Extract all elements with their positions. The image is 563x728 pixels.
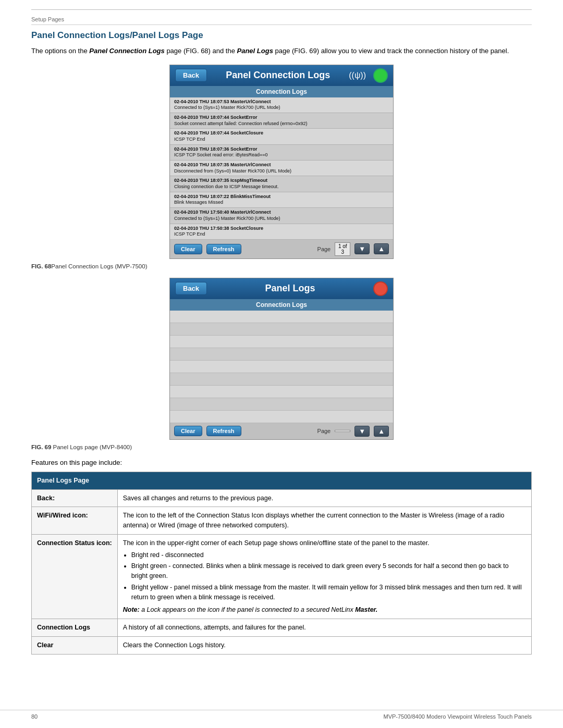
fig68-clear-button[interactable]: Clear bbox=[174, 244, 202, 254]
wifi-icon: ((ψ)) bbox=[349, 71, 366, 80]
fig68-refresh-button[interactable]: Refresh bbox=[206, 244, 241, 254]
table-row: Connection LogsA history of all connecti… bbox=[32, 619, 532, 637]
log-entry: 02-04-2010 THU 18:07:35 IcspMsgTimeoutCl… bbox=[170, 176, 393, 192]
intro-em1: Panel Connection Logs bbox=[89, 47, 164, 55]
feature-label: Back: bbox=[32, 489, 118, 507]
table-row: Back:Saves all changes and returns to th… bbox=[32, 489, 532, 507]
feature-value: The icon in the upper-right corner of ea… bbox=[117, 534, 531, 619]
features-table-header: Panel Logs Page bbox=[32, 472, 532, 489]
feature-value: A history of all connections, attempts, … bbox=[117, 619, 531, 637]
empty-log-row bbox=[170, 361, 393, 373]
log-entry: 02-04-2010 THU 18:07:22 BlinkMissTimeout… bbox=[170, 192, 393, 208]
fig68-back-button[interactable]: Back bbox=[175, 69, 207, 82]
bullet-item: Bright red - disconnected bbox=[131, 550, 526, 560]
footer-product: MVP-7500/8400 Modero Viewpoint Wireless … bbox=[383, 713, 532, 720]
bullet-item: Bright green - connected. Blinks when a … bbox=[131, 561, 526, 581]
fig69-title: Panel Logs bbox=[212, 283, 368, 294]
setup-pages-label: Setup Pages bbox=[31, 16, 532, 25]
fig69-back-button[interactable]: Back bbox=[175, 282, 207, 295]
fig68-next-button[interactable]: ▲ bbox=[374, 243, 389, 254]
fig68-status-icon bbox=[373, 68, 388, 83]
page-title: Panel Connection Logs/Panel Logs Page bbox=[31, 30, 532, 41]
feature-label: Connection Logs bbox=[32, 619, 118, 637]
table-row: WiFi/Wired icon:The icon to the left of … bbox=[32, 507, 532, 535]
bullet-item: Bright yellow - panel missed a blink mes… bbox=[131, 583, 526, 602]
features-intro: Features on this page include: bbox=[31, 459, 532, 466]
page-footer: 80 MVP-7500/8400 Modero Viewpoint Wirele… bbox=[0, 710, 563, 720]
note-text: Note: a Lock appears on the icon if the … bbox=[123, 605, 526, 615]
log-entry: 02-04-2010 THU 17:50:38 SocketClosureICS… bbox=[170, 224, 393, 240]
log-entry: 02-04-2010 THU 18:07:44 SocketErrorSocke… bbox=[170, 113, 393, 129]
fig69-header: Back Panel Logs bbox=[170, 278, 393, 299]
empty-log-row bbox=[170, 386, 393, 398]
table-row: ClearClears the Connection Logs history. bbox=[32, 636, 532, 654]
empty-log-row bbox=[170, 411, 393, 423]
fig69-prev-button[interactable]: ▼ bbox=[354, 426, 370, 437]
fig69-footer: Clear Refresh Page ▼ ▲ bbox=[170, 423, 393, 439]
empty-log-row bbox=[170, 336, 393, 348]
fig69-status-icon bbox=[373, 281, 388, 296]
fig68-footer: Clear Refresh Page 1 of 3 ▼ ▲ bbox=[170, 240, 393, 258]
fig69-next-button[interactable]: ▲ bbox=[374, 426, 389, 437]
log-entry: 02-04-2010 THU 17:50:40 MasterUrlConnect… bbox=[170, 208, 393, 224]
log-entry: 02-04-2010 THU 18:07:35 MasterUrlConnect… bbox=[170, 161, 393, 176]
fig69-page-label: Page bbox=[317, 428, 331, 434]
empty-log-row bbox=[170, 348, 393, 361]
table-row: Connection Status icon:The icon in the u… bbox=[32, 534, 532, 619]
empty-log-row bbox=[170, 311, 393, 323]
fig69-caption: FIG. 69 Panel Logs page (MVP-8400) bbox=[31, 444, 532, 450]
log-entry: 02-04-2010 THU 18:07:53 MasterUrlConnect… bbox=[170, 97, 393, 113]
fig68-page-value: 1 of 3 bbox=[335, 242, 350, 256]
feature-label: Clear bbox=[32, 636, 118, 654]
fig68-prev-button[interactable]: ▼ bbox=[354, 243, 370, 254]
feature-label: Connection Status icon: bbox=[32, 534, 118, 619]
log-entry: 02-04-2010 THU 18:07:36 SocketErrorICSP … bbox=[170, 145, 393, 161]
feature-label: WiFi/Wired icon: bbox=[32, 507, 118, 535]
fig68-mockup: Back Panel Connection Logs ((ψ)) Connect… bbox=[169, 65, 394, 259]
intro-em2: Panel Logs bbox=[237, 47, 273, 55]
fig69-log-area bbox=[170, 311, 393, 423]
empty-log-row bbox=[170, 323, 393, 336]
fig68-title: Panel Connection Logs bbox=[212, 70, 344, 81]
intro-paragraph: The options on the Panel Connection Logs… bbox=[31, 46, 532, 56]
log-entry: 02-04-2010 THU 18:07:44 SocketClosureICS… bbox=[170, 129, 393, 144]
footer-page-number: 80 bbox=[31, 713, 38, 720]
fig68-caption: FIG. 68Panel Connection Logs (MVP-7500) bbox=[31, 263, 532, 269]
feature-value: Clears the Connection Logs history. bbox=[117, 636, 531, 654]
empty-log-row bbox=[170, 398, 393, 411]
feature-value: Saves all changes and returns to the pre… bbox=[117, 489, 531, 507]
feature-value: The icon to the left of the Connection S… bbox=[117, 507, 531, 535]
fig68-log-list: 02-04-2010 THU 18:07:53 MasterUrlConnect… bbox=[170, 97, 393, 240]
features-table: Panel Logs Page Back:Saves all changes a… bbox=[31, 472, 532, 655]
fig69-refresh-button[interactable]: Refresh bbox=[206, 426, 241, 436]
fig68-header: Back Panel Connection Logs ((ψ)) bbox=[170, 65, 393, 86]
fig69-mockup: Back Panel Logs Connection Logs Clear Re… bbox=[169, 278, 394, 440]
fig68-subheader: Connection Logs bbox=[170, 86, 393, 97]
fig69-page-input[interactable] bbox=[335, 430, 350, 432]
fig69-clear-button[interactable]: Clear bbox=[174, 426, 202, 436]
empty-log-row bbox=[170, 373, 393, 386]
fig69-subheader: Connection Logs bbox=[170, 299, 393, 311]
fig68-page-label: Page bbox=[317, 246, 331, 252]
